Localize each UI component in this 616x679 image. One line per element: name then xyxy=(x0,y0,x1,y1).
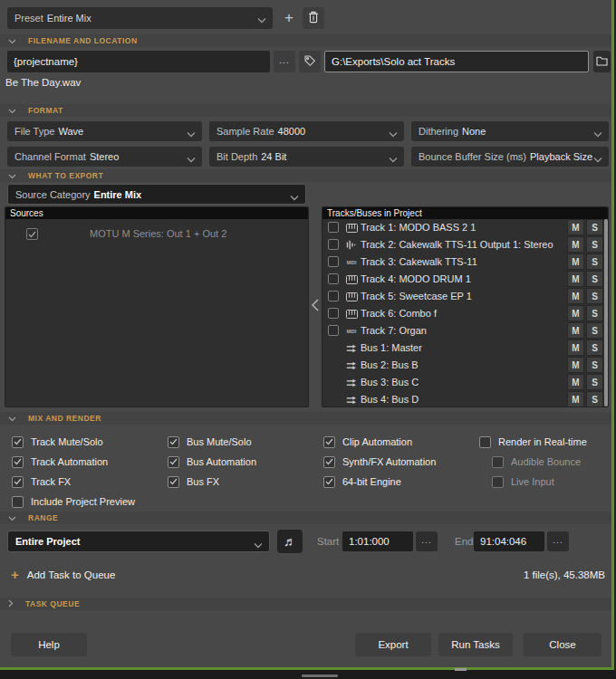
end-more-button[interactable]: ... xyxy=(547,531,569,551)
source-item[interactable]: MOTU M Series: Out 1 + Out 2 xyxy=(5,219,308,239)
mix-render-option[interactable]: Live Input xyxy=(492,472,587,492)
checkbox[interactable] xyxy=(323,436,335,448)
track-row[interactable]: Bus 3: Bus CMS xyxy=(322,374,608,391)
mute-button[interactable]: M xyxy=(567,236,584,253)
mix-render-option[interactable]: Clip Automation xyxy=(323,432,436,452)
track-checkbox[interactable] xyxy=(328,325,339,336)
range-dropdown[interactable]: Entire Project xyxy=(7,531,270,552)
musical-time-button[interactable]: ♬ xyxy=(277,530,303,553)
track-row[interactable]: Track 4: MODO DRUM 1MS xyxy=(322,271,608,288)
checkbox[interactable] xyxy=(168,436,179,448)
mix-render-option[interactable]: Synth/FX Automation xyxy=(323,452,436,472)
solo-button[interactable]: S xyxy=(586,322,603,339)
solo-button[interactable]: S xyxy=(586,374,603,390)
track-row[interactable]: Track 5: Sweetcase EP 1MS xyxy=(322,288,608,305)
checkbox[interactable] xyxy=(12,436,24,448)
checkbox[interactable] xyxy=(12,476,24,488)
start-time-input[interactable] xyxy=(342,531,413,551)
mix-render-option[interactable]: Bus FX xyxy=(168,472,256,492)
filename-browse-button[interactable]: ... xyxy=(274,51,295,72)
mix-render-option[interactable]: 64-bit Engine xyxy=(323,472,436,492)
mix-render-option[interactable]: Bus Automation xyxy=(168,452,256,472)
section-format-header[interactable]: FORMAT xyxy=(0,104,614,117)
checkbox[interactable] xyxy=(12,456,24,468)
tracks-scrollbar[interactable] xyxy=(604,219,608,406)
solo-button[interactable]: S xyxy=(586,305,603,321)
sample-rate-dropdown[interactable]: Sample Rate 48000 xyxy=(209,121,404,141)
section-task-queue-header[interactable]: TASK QUEUE xyxy=(0,598,614,610)
mute-button[interactable]: M xyxy=(567,340,584,356)
checkbox[interactable] xyxy=(168,456,179,468)
bounce-buffer-dropdown[interactable]: Bounce Buffer Size (ms) Playback Size xyxy=(411,147,609,167)
filename-tags-button[interactable] xyxy=(299,51,321,72)
track-row[interactable]: Track 1: MODO BASS 2 1MS xyxy=(322,219,608,236)
track-checkbox[interactable] xyxy=(328,239,339,250)
preset-dropdown[interactable]: Preset Entire Mix xyxy=(7,7,273,29)
track-row[interactable]: MIDITrack 3: Cakewalk TTS-11MS xyxy=(322,253,608,271)
solo-button[interactable]: S xyxy=(586,271,603,287)
track-row[interactable]: Track 2: Cakewalk TTS-11 Output 1: Stere… xyxy=(322,236,608,253)
background-scrollbar-thumb[interactable] xyxy=(302,674,338,677)
bit-depth-dropdown[interactable]: Bit Depth 24 Bit xyxy=(209,147,404,167)
section-what-to-export-header[interactable]: WHAT TO EXPORT xyxy=(0,169,614,182)
path-folder-button[interactable] xyxy=(593,51,611,72)
solo-button[interactable]: S xyxy=(586,288,603,304)
track-checkbox[interactable] xyxy=(328,273,339,284)
track-checkbox[interactable] xyxy=(328,308,339,319)
mute-button[interactable]: M xyxy=(567,271,584,287)
help-button[interactable]: Help xyxy=(11,633,87,656)
checkbox[interactable] xyxy=(492,476,504,488)
end-time-input[interactable] xyxy=(474,531,544,551)
export-path-input[interactable] xyxy=(324,51,589,72)
mix-render-option[interactable]: Track FX xyxy=(12,472,135,492)
mute-button[interactable]: M xyxy=(567,357,584,373)
delete-preset-button[interactable] xyxy=(303,7,324,29)
track-row[interactable]: Bus 1: MasterMS xyxy=(322,340,608,357)
solo-button[interactable]: S xyxy=(586,357,603,373)
track-checkbox[interactable] xyxy=(328,291,339,301)
checkbox[interactable] xyxy=(168,476,179,488)
track-row[interactable]: Bus 2: Bus BMS xyxy=(322,357,608,374)
start-more-button[interactable]: ... xyxy=(416,531,438,551)
run-tasks-button[interactable]: Run Tasks xyxy=(438,633,513,656)
filename-input[interactable] xyxy=(7,51,270,72)
mute-button[interactable]: M xyxy=(567,305,584,321)
mute-button[interactable]: M xyxy=(567,374,584,390)
track-checkbox[interactable] xyxy=(328,222,339,233)
checkbox[interactable] xyxy=(492,456,504,468)
section-range-header[interactable]: RANGE xyxy=(0,512,614,524)
solo-button[interactable]: S xyxy=(586,219,603,235)
channel-format-dropdown[interactable]: Channel Format Stereo xyxy=(7,147,202,167)
checkbox[interactable] xyxy=(12,496,24,508)
solo-button[interactable]: S xyxy=(586,236,603,253)
close-button[interactable]: Close xyxy=(524,633,602,656)
solo-button[interactable]: S xyxy=(586,253,603,270)
mute-button[interactable]: M xyxy=(567,219,584,235)
mute-button[interactable]: M xyxy=(567,322,584,339)
source-checkbox[interactable] xyxy=(26,228,38,240)
section-mix-render-header[interactable]: MIX AND RENDER xyxy=(0,412,614,425)
mix-render-option[interactable]: Render in Real-time xyxy=(479,432,587,452)
checkbox[interactable] xyxy=(323,456,335,468)
export-button[interactable]: Export xyxy=(355,633,431,656)
track-checkbox[interactable] xyxy=(328,256,339,267)
checkbox[interactable] xyxy=(479,436,491,448)
mute-button[interactable]: M xyxy=(567,391,584,406)
mute-button[interactable]: M xyxy=(567,288,584,304)
source-category-dropdown[interactable]: Source Category Entire Mix xyxy=(7,184,306,205)
mix-render-option[interactable]: Track Automation xyxy=(12,452,135,472)
track-row[interactable]: Bus 4: Bus DMS xyxy=(322,391,608,406)
checkbox[interactable] xyxy=(323,476,335,488)
mix-render-option[interactable]: Include Project Preview xyxy=(12,492,135,512)
collapse-sources-chevron[interactable] xyxy=(309,296,321,314)
track-row[interactable]: MIDITrack 7: OrganMS xyxy=(322,322,608,340)
mix-render-option[interactable]: Bus Mute/Solo xyxy=(168,432,256,452)
add-task-to-queue-button[interactable]: + Add Task to Queue xyxy=(11,567,115,582)
mute-button[interactable]: M xyxy=(567,253,584,270)
section-filename-header[interactable]: FILENAME AND LOCATION xyxy=(0,34,614,47)
mix-render-option[interactable]: Audible Bounce xyxy=(492,452,587,472)
file-type-dropdown[interactable]: File Type Wave xyxy=(7,121,202,141)
track-row[interactable]: Track 6: Combo fMS xyxy=(322,305,608,322)
mix-render-option[interactable]: Track Mute/Solo xyxy=(12,432,135,452)
dithering-dropdown[interactable]: Dithering None xyxy=(411,121,609,141)
